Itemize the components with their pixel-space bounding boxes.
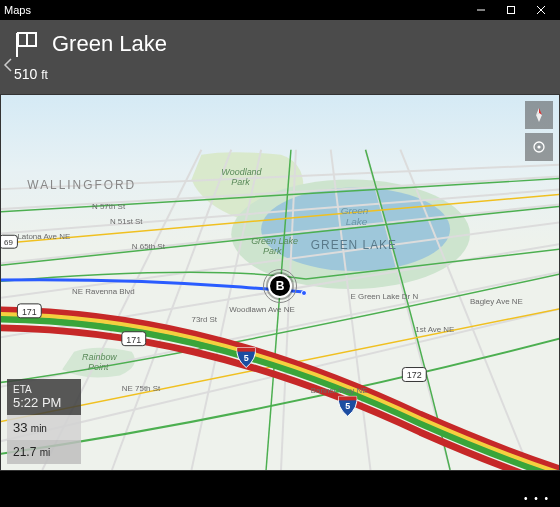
maximize-icon bbox=[506, 5, 516, 15]
trip-stats-panel: ETA 5:22 PM 33 min 21.7 mi bbox=[7, 379, 81, 464]
back-button[interactable] bbox=[2, 58, 16, 72]
app-command-bar[interactable]: • • • bbox=[0, 491, 560, 507]
svg-text:172: 172 bbox=[407, 370, 422, 380]
svg-text:Bagley Ave NE: Bagley Ave NE bbox=[470, 297, 523, 306]
destination-flag-icon bbox=[12, 30, 40, 58]
more-icon: • • • bbox=[524, 496, 550, 502]
route-endpoint-dot bbox=[301, 290, 307, 296]
svg-text:N 57th St: N 57th St bbox=[92, 202, 126, 211]
shield-i5-b: 5 bbox=[338, 396, 357, 416]
navigation-banner: Green Lake 510 ft bbox=[0, 20, 560, 94]
svg-text:E Green Lake Dr N: E Green Lake Dr N bbox=[351, 292, 419, 301]
svg-text:Woodlawn Ave NE: Woodlawn Ave NE bbox=[229, 305, 294, 314]
minimize-icon bbox=[476, 5, 486, 15]
shield-69: 69 bbox=[1, 235, 17, 248]
map-viewport[interactable]: WALLINGFORD N 57th St N 51st St N 65th S… bbox=[0, 94, 560, 471]
svg-point-39 bbox=[537, 145, 540, 148]
window-title: Maps bbox=[4, 4, 466, 16]
svg-text:NE 75th St: NE 75th St bbox=[122, 384, 161, 393]
destination-name: Green Lake bbox=[52, 31, 167, 57]
svg-text:5: 5 bbox=[244, 353, 249, 363]
svg-text:N 51st St: N 51st St bbox=[110, 217, 143, 226]
trip-distance-row: 21.7 mi bbox=[7, 440, 81, 464]
svg-rect-1 bbox=[508, 7, 515, 14]
svg-text:69: 69 bbox=[4, 238, 13, 247]
svg-text:5: 5 bbox=[345, 401, 350, 411]
locate-me-button[interactable] bbox=[525, 133, 553, 161]
district-label: WALLINGFORD bbox=[27, 178, 136, 192]
svg-text:171: 171 bbox=[126, 335, 141, 345]
svg-text:73rd St: 73rd St bbox=[191, 315, 217, 324]
next-turn-distance: 510 ft bbox=[14, 66, 548, 82]
shield-171: 171 bbox=[17, 304, 41, 318]
window-minimize-button[interactable] bbox=[466, 0, 496, 20]
shield-172: 172 bbox=[402, 368, 426, 382]
svg-text:N 65th St: N 65th St bbox=[132, 242, 166, 251]
svg-text:1st Ave NE: 1st Ave NE bbox=[415, 325, 454, 334]
svg-text:GREEN LAKE: GREEN LAKE bbox=[311, 238, 397, 252]
destination-pin[interactable]: B bbox=[268, 274, 292, 298]
svg-text:Banner Way NE: Banner Way NE bbox=[311, 386, 368, 395]
compass-icon bbox=[531, 107, 547, 123]
close-icon bbox=[536, 5, 546, 15]
compass-button[interactable] bbox=[525, 101, 553, 129]
window-maximize-button[interactable] bbox=[496, 0, 526, 20]
eta-row: ETA 5:22 PM bbox=[7, 379, 81, 415]
svg-text:NE Ravenna Blvd: NE Ravenna Blvd bbox=[72, 287, 135, 296]
svg-text:171: 171 bbox=[22, 307, 37, 317]
svg-text:Latona Ave NE: Latona Ave NE bbox=[17, 232, 70, 241]
svg-text:GreenLake: GreenLake bbox=[341, 205, 369, 227]
duration-row: 33 min bbox=[7, 415, 81, 440]
shield-171b: 171 bbox=[122, 332, 146, 346]
window-close-button[interactable] bbox=[526, 0, 556, 20]
locate-icon bbox=[531, 139, 547, 155]
window-titlebar: Maps bbox=[0, 0, 560, 20]
